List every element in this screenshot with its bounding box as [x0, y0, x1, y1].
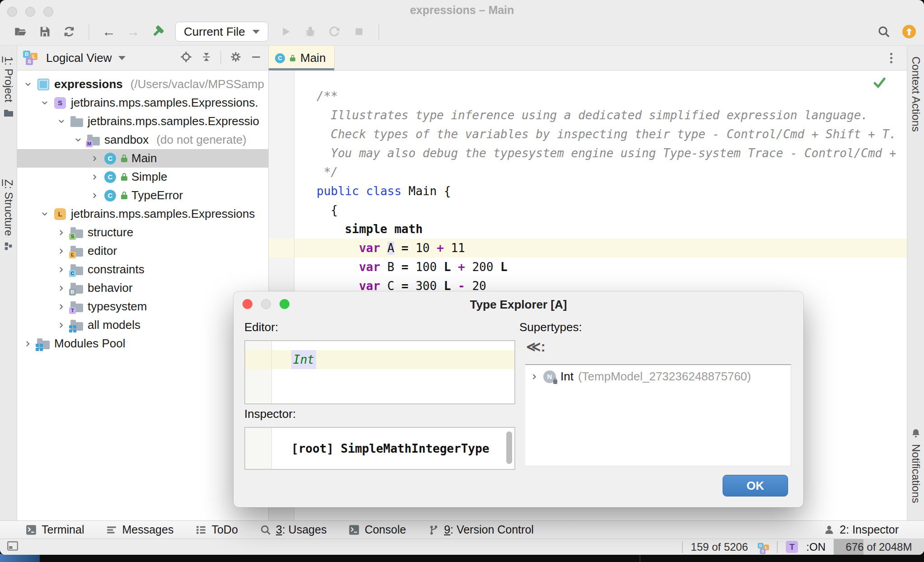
tree-row-expressions[interactable]: expressions(/Users/vaclav/MPSSamp [17, 75, 268, 94]
update-available-icon[interactable] [902, 25, 916, 38]
toolbar-separator [378, 23, 379, 40]
tree-suffix: (do not generate) [156, 133, 246, 147]
chevron-right-icon[interactable] [57, 228, 66, 237]
debug-icon[interactable] [303, 25, 317, 38]
chevron-right-icon[interactable] [530, 372, 539, 381]
tool-window-button-todo[interactable]: ToDo [195, 523, 238, 536]
tool-window-button-vcs[interactable]: 9: Version Control [428, 523, 534, 536]
tool-window-button-messages[interactable]: Messages [106, 523, 173, 536]
tool-window-button-project[interactable]: 1: Project [0, 56, 17, 118]
tool-window-button-inspector[interactable]: 2: Inspector [823, 523, 924, 536]
tab-main[interactable]: C Main [269, 46, 335, 70]
supertype-name: Int [560, 370, 574, 384]
tree-row-structure[interactable]: Sstructure [17, 223, 268, 242]
tool-window-button-usages[interactable]: 3: Usages [260, 523, 327, 536]
chevron-right-icon[interactable] [90, 191, 99, 200]
chevron-down-icon[interactable] [118, 56, 126, 60]
window-title: expressions – Main [0, 4, 924, 17]
tool-window-button-context-actions[interactable]: Context Actions [907, 56, 924, 132]
ok-button[interactable]: OK [723, 475, 788, 496]
run-configuration-selector[interactable]: Current File [175, 22, 268, 42]
tree-row-typesystem[interactable]: Ttypesystem [17, 297, 268, 316]
chevron-right-icon[interactable] [57, 265, 66, 274]
tree-label: TypeError [131, 188, 183, 202]
tree-row-simple[interactable]: CSimple [17, 168, 268, 186]
tool-window-bar: TerminalMessagesToDo3: UsagesConsole9: V… [0, 520, 924, 539]
memory-label: 676 of 2048M [834, 539, 924, 555]
tool-window-button-structure[interactable]: Z: Structure [0, 179, 17, 251]
chevron-right-icon[interactable] [90, 154, 99, 163]
search-everywhere-icon[interactable] [877, 25, 891, 38]
memory-indicator[interactable]: 676 of 2048M [834, 539, 924, 555]
typesystem-state: :ON [806, 541, 826, 553]
hide-panel-icon[interactable] [250, 51, 262, 65]
tab-options-kebab-icon[interactable] [885, 52, 897, 64]
back-icon[interactable]: ← [102, 25, 116, 38]
chevron-down-icon[interactable] [74, 136, 83, 145]
chevron-down-icon[interactable] [40, 98, 49, 108]
tree-row-modules-pool[interactable]: Modules Pool [17, 334, 268, 353]
inspector-pane[interactable]: [root] SimpleMathIntegerType [244, 427, 515, 470]
tree-row-editor[interactable]: Eeditor [17, 242, 268, 260]
save-icon[interactable] [38, 25, 51, 38]
tree-row-sandbox[interactable]: Msandbox(do not generate) [17, 131, 268, 149]
collapse-all-icon[interactable] [201, 51, 212, 65]
inspection-ok-check-icon[interactable] [873, 76, 886, 91]
lock-overlay-icon [553, 379, 557, 384]
tool-window-button-console[interactable]: Console [348, 523, 406, 536]
settings-gear-icon[interactable] [229, 51, 242, 65]
todo-list-icon [195, 524, 207, 536]
chevron-right-icon[interactable] [57, 321, 66, 330]
messages-icon [106, 524, 117, 536]
tree-row-typeerror[interactable]: CTypeError [17, 186, 268, 205]
typesystem-chip[interactable]: T [786, 541, 798, 553]
chevron-down-icon[interactable] [57, 117, 66, 126]
stop-icon[interactable] [352, 25, 366, 38]
code-line: public class Main { [269, 182, 907, 201]
run-icon[interactable] [279, 25, 293, 38]
tool-window-button-terminal[interactable]: Terminal [25, 523, 84, 536]
tree-row-jetbrains-mps-samples-expressions-[interactable]: Sjetbrains.mps.samples.Expressions. [17, 94, 268, 112]
project-button-label: 1: Project [2, 56, 15, 102]
locate-icon[interactable] [180, 51, 192, 65]
class-icon: C [103, 189, 117, 202]
forward-icon[interactable]: → [126, 25, 140, 38]
chevron-right-icon[interactable] [57, 302, 66, 311]
tree-label: Main [131, 151, 157, 165]
collapse-chevrons-icon[interactable]: ≪: [526, 338, 546, 355]
chevron-right-icon[interactable] [90, 173, 99, 182]
open-icon[interactable] [14, 25, 27, 38]
tool-window-button-notifications[interactable]: Notifications [907, 428, 924, 503]
tool-window-switcher-icon[interactable] [6, 540, 19, 554]
chevron-down-icon[interactable] [40, 210, 49, 219]
right-tool-stripe: Context Actions Notifications [907, 45, 924, 520]
chevron-right-icon[interactable] [23, 339, 33, 348]
type-editor-pane[interactable]: Int [244, 340, 515, 404]
folder-icon [70, 115, 84, 128]
notifications-label: Notifications [910, 444, 922, 503]
inspector-button-label: 2: Inspector [840, 523, 899, 536]
tree-row-behavior[interactable]: Bbehavior [17, 279, 268, 297]
code-content: /**Illustrates type inference using a de… [269, 70, 907, 295]
build-hammer-icon[interactable] [151, 25, 164, 38]
tree-suffix: (/Users/vaclav/MPSSamp [131, 77, 264, 91]
tree-row-main[interactable]: CMain [17, 149, 268, 168]
caret-position-widget[interactable]: 159 of 5206 [691, 541, 748, 553]
view-selector-label[interactable]: Logical View [46, 51, 112, 65]
chevron-right-icon[interactable] [57, 284, 66, 293]
tree-row-jetbrains-mps-samples-expressions[interactable]: Ljetbrains.mps.samples.Expressions [17, 205, 268, 223]
rerun-icon[interactable] [328, 25, 341, 38]
supertype-row[interactable]: N Int (TempModel_273236248875760) [525, 365, 791, 384]
scrollbar-thumb[interactable] [506, 431, 512, 464]
status-separator [777, 541, 778, 553]
code-line: var B = 100 L + 200 L [269, 258, 907, 276]
tree-row-all-models[interactable]: all models [17, 316, 268, 334]
console-icon [348, 524, 360, 536]
tree-row-jetbrains-mps-samples-expressio[interactable]: jetbrains.mps.samples.Expressio [17, 112, 268, 131]
inspector-value: [root] SimpleMathIntegerType [291, 428, 489, 469]
chevron-down-icon[interactable] [23, 80, 33, 89]
sync-icon[interactable] [62, 25, 76, 38]
chevron-right-icon[interactable] [57, 247, 66, 256]
tree-label: Modules Pool [54, 337, 126, 351]
tree-row-constraints[interactable]: Cconstraints [17, 260, 268, 279]
